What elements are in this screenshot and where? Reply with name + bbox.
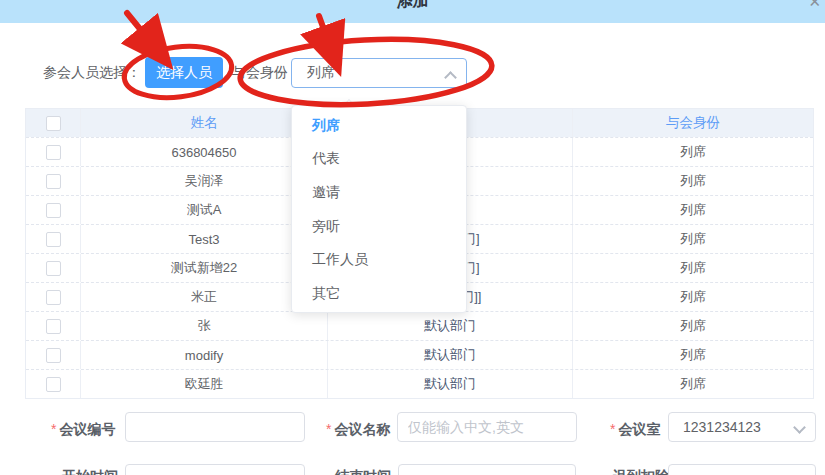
cell-identity: 列席 [573, 312, 813, 340]
end-time-input[interactable] [398, 464, 576, 475]
row-checkbox[interactable] [46, 319, 61, 334]
late-deduct-label: 迟到扣除 [613, 468, 669, 475]
row-checkbox[interactable] [46, 377, 61, 392]
dialog-titlebar: 添加 ✕ [0, 0, 825, 23]
dropdown-option[interactable]: 邀请 [292, 176, 466, 210]
cell-dept: 默认部门 [328, 341, 573, 369]
table-row: 张默认部门列席 [26, 311, 813, 340]
meeting-room-label-group: *会议室 [610, 421, 660, 439]
start-time-input[interactable] [125, 464, 305, 475]
required-mark: * [51, 421, 56, 437]
close-icon[interactable]: ✕ [808, 0, 821, 11]
cell-dept: 默认部门 [328, 312, 573, 340]
cell-dept: 默认部门 [328, 370, 573, 398]
row-checkbox[interactable] [46, 232, 61, 247]
cell-identity: 列席 [573, 370, 813, 398]
identity-dropdown-panel: 列席代表邀请旁听工作人员其它 [291, 105, 467, 313]
cell-identity: 列席 [573, 196, 813, 224]
dropdown-option[interactable]: 工作人员 [292, 243, 466, 277]
cell-identity: 列席 [573, 254, 813, 282]
meeting-name-input[interactable] [397, 412, 577, 442]
meeting-no-label-group: *会议编号 [51, 421, 115, 439]
select-all-checkbox[interactable] [46, 116, 61, 131]
late-deduct-field-wrap [668, 464, 816, 475]
row-checkbox[interactable] [46, 261, 61, 276]
cell-name: modify [81, 341, 328, 369]
cell-identity: 列席 [573, 138, 813, 166]
row-checkbox[interactable] [46, 348, 61, 363]
identity-select[interactable]: 列席 [291, 58, 467, 88]
cell-name: 张 [81, 312, 328, 340]
column-header-identity: 与会身份 [573, 109, 813, 137]
identity-label: 与会身份 [232, 64, 288, 82]
table-row: 欧廷胜默认部门列席 [26, 369, 813, 398]
late-deduct-input[interactable] [668, 464, 816, 475]
participant-select-label: 参会人员选择： [43, 64, 141, 82]
row-checkbox[interactable] [46, 174, 61, 189]
identity-select-value: 列席 [292, 64, 335, 82]
cell-identity: 列席 [573, 225, 813, 253]
required-mark: * [610, 421, 615, 437]
dialog-title: 添加 [0, 0, 825, 12]
start-time-field-wrap [125, 464, 305, 475]
meeting-name-field-wrap [397, 412, 577, 442]
row-checkbox[interactable] [46, 203, 61, 218]
row-checkbox[interactable] [46, 290, 61, 305]
dropdown-option[interactable]: 其它 [292, 277, 466, 311]
dropdown-option[interactable]: 代表 [292, 143, 466, 177]
row-checkbox[interactable] [46, 145, 61, 160]
dropdown-option[interactable]: 旁听 [292, 210, 466, 244]
required-mark: * [326, 421, 331, 437]
dropdown-option[interactable]: 列席 [292, 109, 466, 143]
cell-identity: 列席 [573, 283, 813, 311]
start-time-label: 开始时间 [62, 468, 118, 475]
cell-name: 欧廷胜 [81, 370, 328, 398]
meeting-room-select[interactable]: 1231234123 [668, 412, 816, 442]
cell-identity: 列席 [573, 341, 813, 369]
meeting-room-value: 1231234123 [669, 419, 761, 435]
select-person-button[interactable]: 选择人员 [145, 57, 223, 88]
table-row: modify默认部门列席 [26, 340, 813, 369]
chevron-up-icon [446, 71, 454, 79]
end-time-label: 结束时间 [335, 468, 391, 475]
meeting-no-field-wrap [125, 412, 305, 442]
meeting-no-input[interactable] [125, 412, 305, 442]
end-time-field-wrap [398, 464, 576, 475]
chevron-down-icon [795, 425, 803, 433]
meeting-name-label-group: *会议名称 [326, 421, 390, 439]
cell-identity: 列席 [573, 167, 813, 195]
